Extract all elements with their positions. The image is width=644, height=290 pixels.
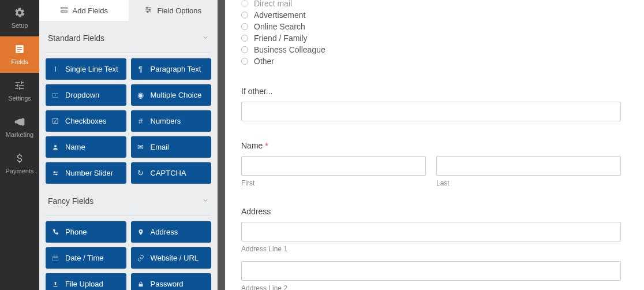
svg-point-11: [147, 11, 148, 12]
field-checkboxes[interactable]: ☑Checkboxes: [46, 110, 126, 132]
field-label: Password: [151, 280, 184, 288]
chevron-down-icon: [202, 196, 209, 206]
captcha-icon: ↻: [137, 169, 145, 177]
upload-icon: [51, 281, 59, 288]
group-header-standard[interactable]: Standard Fields: [46, 34, 211, 53]
radio-icon: [241, 46, 248, 53]
nav-payments[interactable]: Payments: [0, 146, 39, 182]
sublabel-line2: Address Line 2: [241, 284, 621, 290]
required-mark: *: [265, 141, 268, 150]
nav-setup[interactable]: Setup: [0, 0, 39, 36]
nav-label: Setup: [12, 22, 28, 29]
user-icon: [51, 144, 59, 151]
field-name[interactable]: Name: [46, 136, 126, 158]
field-date-time[interactable]: Date / Time: [46, 247, 126, 269]
label-text: Name: [241, 141, 263, 150]
svg-rect-3: [17, 51, 20, 51]
last-name-input[interactable]: [436, 156, 621, 176]
radio-option[interactable]: Online Search: [241, 21, 621, 32]
field-multiple-choice[interactable]: ◉Multiple Choice: [131, 84, 212, 106]
calendar-icon: [51, 255, 59, 262]
radio-group: Direct mail Advertisement Online Search …: [241, 0, 621, 67]
radio-label: Advertisement: [254, 10, 305, 20]
field-captcha[interactable]: ↻CAPTCHA: [131, 162, 212, 184]
field-single-line-text[interactable]: ⅠSingle Line Text: [46, 58, 126, 80]
radio-icon: [241, 0, 248, 7]
nav-label: Fields: [11, 58, 28, 65]
field-label: Numbers: [151, 117, 181, 125]
radio-icon: [241, 23, 248, 30]
field-options-icon: [144, 6, 152, 16]
svg-point-17: [54, 172, 55, 173]
field-label: Checkboxes: [65, 117, 107, 125]
svg-rect-1: [17, 47, 22, 48]
field-website-url[interactable]: Website / URL: [131, 247, 212, 269]
svg-point-18: [56, 174, 57, 175]
address-line2-input[interactable]: [241, 261, 621, 281]
field-label: If other...: [241, 87, 621, 96]
group-title: Standard Fields: [48, 34, 104, 43]
sublabel-first: First: [241, 179, 426, 187]
field-label: CAPTCHA: [151, 169, 186, 177]
field-numbers[interactable]: #Numbers: [131, 110, 212, 132]
tab-label: Add Fields: [73, 6, 108, 15]
nav-marketing[interactable]: Marketing: [0, 109, 39, 146]
field-label: Email: [151, 143, 170, 151]
field-email[interactable]: ✉Email: [131, 136, 212, 158]
if-other-input[interactable]: [241, 102, 621, 121]
pin-icon: [137, 229, 145, 236]
phone-icon: [51, 229, 59, 236]
field-name-block: Name * First Last: [241, 141, 621, 187]
field-file-upload[interactable]: File Upload: [46, 273, 126, 290]
radio-label: Business Colleague: [254, 45, 325, 54]
field-label: Name: [65, 143, 85, 151]
svg-rect-2: [17, 49, 22, 50]
group-standard: Standard Fields ⅠSingle Line Text ¶Parag…: [46, 21, 211, 184]
field-label: Paragraph Text: [151, 65, 201, 73]
sublabel-last: Last: [436, 179, 621, 187]
field-label: Website / URL: [151, 254, 199, 262]
svg-rect-23: [138, 284, 143, 287]
field-dropdown[interactable]: Dropdown: [46, 84, 126, 106]
radio-option[interactable]: Business Colleague: [241, 44, 621, 55]
nav-label: Payments: [6, 168, 34, 174]
field-phone[interactable]: Phone: [46, 221, 126, 243]
field-paragraph-text[interactable]: ¶Paragraph Text: [131, 58, 212, 80]
dollar-icon: [14, 151, 25, 165]
svg-rect-4: [61, 7, 67, 8]
field-address[interactable]: Address: [131, 221, 212, 243]
tab-field-options[interactable]: Field Options: [129, 0, 218, 21]
field-if-other: If other...: [241, 87, 621, 121]
radio-option[interactable]: Other: [241, 55, 621, 67]
field-label: Phone: [65, 228, 87, 236]
nav-rail: Setup Fields Settings Marketing Payments: [0, 0, 39, 290]
nav-settings[interactable]: Settings: [0, 73, 39, 109]
svg-rect-19: [53, 256, 58, 261]
group-header-fancy[interactable]: Fancy Fields: [46, 196, 211, 215]
svg-rect-5: [61, 10, 67, 12]
radio-option[interactable]: Advertisement: [241, 9, 621, 21]
radio-icon: [241, 12, 248, 18]
form-icon: [14, 42, 25, 56]
fields-panel: Add Fields Field Options Standard Fields…: [39, 0, 218, 290]
svg-point-9: [147, 7, 148, 8]
add-fields-icon: [60, 6, 68, 16]
address-line1-input[interactable]: [241, 222, 621, 241]
field-label: Address: [151, 228, 178, 236]
hash-icon: #: [137, 117, 145, 125]
form-preview[interactable]: Direct mail Advertisement Online Search …: [225, 0, 644, 290]
radio-option[interactable]: Direct mail: [241, 0, 621, 9]
svg-point-10: [149, 9, 151, 10]
first-name-input[interactable]: [241, 156, 426, 176]
tab-label: Field Options: [157, 6, 201, 15]
nav-fields[interactable]: Fields: [0, 36, 39, 73]
radio-option[interactable]: Friend / Family: [241, 32, 621, 44]
field-number-slider[interactable]: Number Slider: [46, 162, 126, 184]
radio-label: Other: [254, 57, 274, 66]
field-label: Address: [241, 207, 621, 216]
field-label: Date / Time: [65, 254, 103, 262]
tab-add-fields[interactable]: Add Fields: [39, 0, 129, 21]
panel-body[interactable]: Standard Fields ⅠSingle Line Text ¶Parag…: [39, 21, 218, 290]
sliders-icon: [14, 79, 25, 92]
field-password[interactable]: Password: [131, 273, 212, 290]
